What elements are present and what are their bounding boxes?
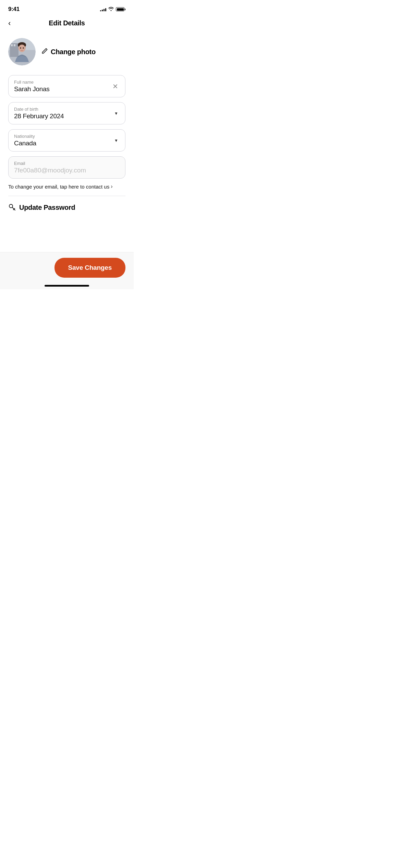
svg-point-8: [19, 45, 25, 52]
email-note[interactable]: To change your email, tap here to contac…: [8, 183, 125, 190]
update-password-button[interactable]: Update Password: [8, 203, 125, 212]
content: Change photo Full name Sarah Jonas ✕ Dat…: [0, 33, 134, 217]
svg-rect-5: [14, 44, 15, 46]
back-button[interactable]: ‹: [8, 20, 11, 27]
email-placeholder: 7fe00a80@moodjoy.com: [14, 167, 120, 174]
battery-icon: [116, 7, 125, 11]
nationality-field[interactable]: Nationality Canada ▼: [8, 129, 125, 152]
nationality-value: Canada: [14, 140, 113, 147]
key-icon: [8, 203, 16, 212]
full-name-label: Full name: [14, 80, 111, 85]
dob-label: Date of birth: [14, 107, 113, 112]
home-indicator: [45, 285, 89, 287]
clear-full-name-button[interactable]: ✕: [111, 81, 120, 92]
update-password-label: Update Password: [19, 204, 75, 212]
save-changes-button[interactable]: Save Changes: [54, 258, 126, 278]
email-note-text: To change your email, tap here to contac…: [8, 184, 109, 190]
svg-rect-4: [11, 44, 13, 46]
dob-field[interactable]: Date of birth 28 February 2024 ▼: [8, 102, 125, 124]
bottom-bar: Save Changes: [0, 252, 134, 289]
svg-point-9: [20, 47, 21, 49]
email-label: Email: [14, 161, 120, 166]
nationality-label: Nationality: [14, 134, 113, 139]
status-icons: [100, 6, 125, 12]
email-field: Email 7fe00a80@moodjoy.com: [8, 156, 125, 179]
full-name-field[interactable]: Full name Sarah Jonas ✕: [8, 75, 125, 97]
avatar-section: Change photo: [8, 38, 125, 65]
svg-point-10: [23, 47, 24, 49]
divider: [8, 196, 125, 196]
change-photo-button[interactable]: Change photo: [41, 48, 96, 56]
dob-dropdown-icon[interactable]: ▼: [113, 110, 120, 117]
email-note-chevron-icon: ›: [111, 183, 112, 190]
avatar[interactable]: [8, 38, 36, 65]
page-title: Edit Details: [49, 19, 85, 27]
full-name-value: Sarah Jonas: [14, 85, 111, 93]
status-time: 9:41: [8, 6, 20, 13]
pencil-icon: [41, 48, 48, 56]
change-photo-label: Change photo: [51, 48, 96, 56]
header: ‹ Edit Details: [0, 16, 134, 33]
dob-value: 28 February 2024: [14, 112, 113, 120]
signal-icon: [100, 7, 106, 11]
status-bar: 9:41: [0, 0, 134, 16]
wifi-icon: [108, 6, 114, 12]
nationality-dropdown-icon[interactable]: ▼: [113, 137, 120, 144]
